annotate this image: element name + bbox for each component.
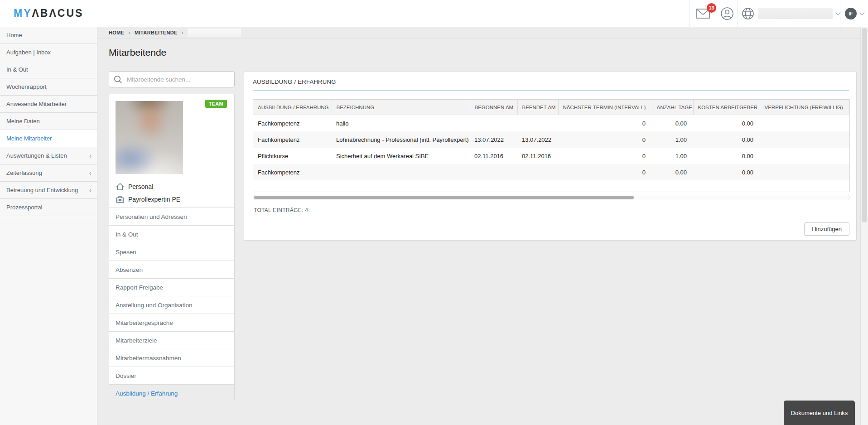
ausbildung-table-wrap: AUSBILDUNG / ERFAHRUNGBEZEICHNUNGBEGONNE… <box>253 99 850 192</box>
column-header-verpflichtung-freiwillig[interactable]: VERPFLICHTUNG (FREIWILLIG) <box>760 100 849 115</box>
column-header-bezeichnung[interactable]: BEZEICHNUNG <box>332 100 470 115</box>
table-cell: Sicherheit auf dem Werkareal SIBE <box>332 148 470 164</box>
chevron-left-icon: ‹ <box>89 152 92 159</box>
add-button[interactable]: Hinzufügen <box>804 222 849 236</box>
breadcrumb-mitarbeitende[interactable]: MITARBEITENDE <box>135 30 178 35</box>
card-menu-item-spesen[interactable]: Spesen <box>109 243 234 261</box>
table-row[interactable]: FachkompetenzLohnabrechnung - Profession… <box>253 131 849 148</box>
table-cell: 0.00 <box>693 164 760 180</box>
sidebar-item-in-out[interactable]: In & Out <box>0 61 97 78</box>
card-menu-item-label: Rapport Freigabe <box>116 284 163 291</box>
search-input[interactable] <box>126 76 230 83</box>
sidebar-item-label: Meine Daten <box>6 118 40 125</box>
column-header-anzahl-tage[interactable]: ANZAHL TAGE <box>652 100 693 115</box>
card-menu-item-mitarbeitermassnahmen[interactable]: Mitarbeitermassnahmen <box>109 349 234 367</box>
table-cell <box>517 164 558 180</box>
app-header: MYΛBΛCUS 13 <box>0 0 868 27</box>
card-menu-item-dossier[interactable]: Dossier <box>109 367 234 384</box>
table-cell: Fachkompetenz <box>253 115 332 132</box>
column-header-ausbildung-erfahrung[interactable]: AUSBILDUNG / ERFAHRUNG <box>253 100 332 115</box>
sidebar-item-betreuung-und-entwicklung[interactable]: Betreuung und Entwicklung‹ <box>0 182 97 199</box>
column-header-beendet-am[interactable]: BEENDET AM <box>517 100 558 115</box>
briefcase-icon <box>116 195 125 204</box>
table-row[interactable]: Fachkompetenz00.000.00 <box>253 164 849 180</box>
card-menu-item-anstellung-und-organisation[interactable]: Anstellung und Organisation <box>109 296 234 314</box>
employee-search-box <box>109 71 235 87</box>
documents-and-links-button[interactable]: Dokumente und Links <box>784 401 855 425</box>
breadcrumb-home[interactable]: HOME <box>109 30 125 35</box>
card-menu-item-mitarbeiterziele[interactable]: Mitarbeiterziele <box>109 331 234 349</box>
ausbildung-panel: AUSBILDUNG / ERFAHRUNG AUSBILDUNG / ERFA… <box>244 72 857 241</box>
table-body: Fachkompetenzhallo00.000.00Fachkompetenz… <box>253 115 849 181</box>
chevron-left-icon: ‹ <box>89 169 92 177</box>
logo-part-abacus: ΛBΛCUS <box>32 7 84 19</box>
language-selector-redacted[interactable] <box>758 8 833 19</box>
table-cell <box>517 115 558 132</box>
card-menu-item-mitarbeitergespr-che[interactable]: Mitarbeitergespräche <box>109 314 234 331</box>
page-scrollbar-thumb[interactable] <box>862 28 867 222</box>
sidebar-item-wochenrapport[interactable]: Wochenrapport <box>0 78 97 96</box>
table-row[interactable]: Fachkompetenzhallo00.000.00 <box>253 115 849 132</box>
sidebar-item-label: Zeiterfassung <box>6 169 42 176</box>
sidebar-item-anwesende-mitarbeiter[interactable]: Anwesende Mitarbeiter <box>0 96 97 113</box>
table-cell: 0.00 <box>693 131 760 148</box>
avatar[interactable]: IF <box>845 8 857 19</box>
sidebar-item-label: Aufgaben | Inbox <box>6 49 51 56</box>
department-label: Personal <box>128 183 153 190</box>
user-button[interactable] <box>720 7 734 20</box>
table-cell: Lohnabrechnung - Professional (intl. Pay… <box>332 131 470 148</box>
table-cell: 0.00 <box>693 115 760 132</box>
table-cell <box>760 148 849 164</box>
sidebar-item-label: Anwesende Mitarbeiter <box>6 101 67 107</box>
sidebar-item-zeiterfassung[interactable]: Zeiterfassung‹ <box>0 164 97 182</box>
ausbildung-table: AUSBILDUNG / ERFAHRUNGBEZEICHNUNGBEGONNE… <box>253 100 849 180</box>
chevron-left-icon: ‹ <box>89 187 92 194</box>
table-cell: 13.07.2022 <box>470 131 517 148</box>
employee-card-menu: Personalien und AdressenIn & OutSpesenAb… <box>109 208 234 402</box>
card-menu-item-label: Anstellung und Organisation <box>116 302 193 309</box>
card-menu-item-label: Mitarbeiterziele <box>116 337 157 344</box>
app-logo[interactable]: MYΛBΛCUS <box>14 7 83 19</box>
column-header-kosten-arbeitgeber[interactable]: KOSTEN ARBEITGEBER <box>693 100 760 115</box>
horizontal-scrollbar-thumb[interactable] <box>254 196 634 199</box>
column-header-n-chster-termin-intervall[interactable]: NÄCHSTER TERMIN (INTERVALL) <box>558 100 652 115</box>
card-menu-item-label: Spesen <box>116 249 136 256</box>
sidebar-item-prozessportal[interactable]: Prozessportal <box>0 199 97 216</box>
table-cell: 1.00 <box>652 131 693 148</box>
person-icon <box>720 7 734 20</box>
sidebar-item-meine-daten[interactable]: Meine Daten <box>0 113 97 130</box>
card-menu-item-ausbildung-erfahrung[interactable]: Ausbildung / Erfahrung <box>109 384 234 402</box>
chevron-down-icon[interactable] <box>859 10 864 15</box>
sidebar-item-label: Prozessportal <box>6 204 42 211</box>
horizontal-scrollbar-track[interactable] <box>253 195 850 200</box>
breadcrumb-current-redacted <box>188 29 241 37</box>
card-menu-item-personalien-und-adressen[interactable]: Personalien und Adressen <box>109 208 234 225</box>
column-header-begonnen-am[interactable]: BEGONNEN AM <box>470 100 517 115</box>
panel-title: AUSBILDUNG / ERFAHRUNG <box>253 78 336 85</box>
panel-divider <box>253 90 849 91</box>
card-menu-item-absenzen[interactable]: Absenzen <box>109 261 234 278</box>
page-scrollbar-track[interactable] <box>860 27 868 425</box>
table-cell <box>760 131 849 148</box>
page-title: Mitarbeitende <box>109 47 166 58</box>
card-menu-item-in-out[interactable]: In & Out <box>109 225 234 243</box>
sidebar-item-label: Betreuung und Entwicklung <box>6 187 78 193</box>
table-cell: 0 <box>558 164 652 180</box>
total-entries-label: TOTAL EINTRÄGE: 4 <box>254 207 308 213</box>
main-content: Mitarbeitende TEAM Personal <box>97 39 860 425</box>
mail-button[interactable]: 13 <box>696 9 710 19</box>
table-cell: 1.00 <box>652 148 693 164</box>
breadcrumb-separator: › <box>129 29 130 36</box>
card-menu-item-label: Dossier <box>116 372 136 379</box>
sidebar-item-label: Home <box>6 32 22 39</box>
sidebar-item-home[interactable]: Home <box>0 27 97 44</box>
table-row[interactable]: PflichtkurseSicherheit auf dem Werkareal… <box>253 148 849 164</box>
header-avatar-cell: IF <box>840 0 868 27</box>
sidebar-item-label: Auswertungen & Listen <box>6 152 67 159</box>
logo-part-my: MY <box>14 7 32 19</box>
sidebar-item-aufgaben-inbox[interactable]: Aufgaben | Inbox <box>0 44 97 61</box>
header-language-cell <box>738 0 840 27</box>
card-menu-item-rapport-freigabe[interactable]: Rapport Freigabe <box>109 278 234 296</box>
sidebar-item-auswertungen-listen[interactable]: Auswertungen & Listen‹ <box>0 147 97 164</box>
sidebar-item-meine-mitarbeiter[interactable]: Meine Mitarbeiter <box>0 130 97 147</box>
